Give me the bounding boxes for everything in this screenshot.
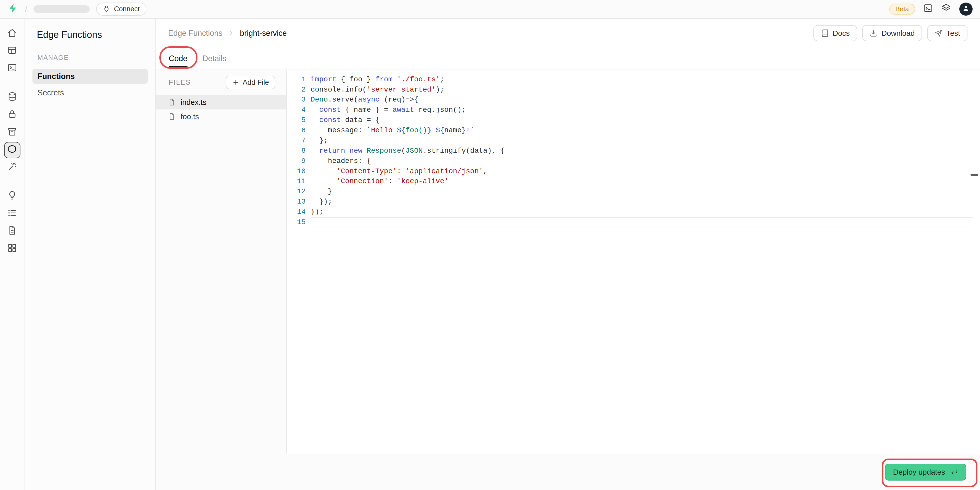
authentication-icon <box>7 109 17 121</box>
file-list: index.tsfoo.ts <box>156 95 286 124</box>
connect-label: Connect <box>114 5 140 13</box>
home-icon <box>7 28 17 40</box>
scrollbar-marker[interactable] <box>970 174 978 176</box>
code-line-7[interactable]: 7 }; <box>287 136 980 146</box>
code-line-2[interactable]: 2console.info('server started'); <box>287 85 980 95</box>
rail-item-logs[interactable] <box>4 206 21 222</box>
main-header: Edge Functions bright-service DocsDownlo… <box>156 19 980 70</box>
main-panel: Edge Functions bright-service DocsDownlo… <box>156 19 980 490</box>
rail-item-realtime[interactable] <box>4 160 21 176</box>
logs-icon <box>7 208 17 220</box>
code-line-14[interactable]: 14}); <box>287 207 980 217</box>
bolt-icon <box>7 3 19 16</box>
sql-editor-icon <box>7 63 17 75</box>
code-text: import { foo } from './foo.ts'; <box>311 74 973 85</box>
line-number: 6 <box>287 125 305 136</box>
table-editor-icon <box>7 45 17 57</box>
code-text: }); <box>311 197 973 207</box>
sidebar-item-functions[interactable]: Functions <box>32 69 148 84</box>
code-text <box>311 217 973 227</box>
rail-group <box>4 89 21 176</box>
org-name-skeleton[interactable] <box>33 5 90 13</box>
file-name: foo.ts <box>181 112 199 121</box>
rail-item-database[interactable] <box>4 89 21 106</box>
code-line-9[interactable]: 9 headers: { <box>287 156 980 166</box>
rail-item-edge-functions[interactable] <box>4 142 21 158</box>
terminal-button[interactable] <box>923 3 933 15</box>
rail-item-sql-editor[interactable] <box>4 61 21 77</box>
code-line-13[interactable]: 13 }); <box>287 197 980 207</box>
connect-button[interactable]: Connect <box>96 3 146 16</box>
line-number: 1 <box>287 74 305 85</box>
docs-button[interactable]: Docs <box>813 25 857 41</box>
integrations-icon <box>7 243 17 255</box>
code-line-1[interactable]: 1import { foo } from './foo.ts'; <box>287 74 980 85</box>
code-line-10[interactable]: 10 'Content-Type': 'application/json', <box>287 166 980 176</box>
line-number: 15 <box>287 217 305 227</box>
topbar-right: Beta <box>889 3 973 16</box>
realtime-icon <box>7 162 17 174</box>
file-icon <box>168 99 175 106</box>
page-title: Edge Functions <box>37 29 143 40</box>
sidebar-section: MANAGE FunctionsSecrets <box>25 50 155 105</box>
rail-group <box>4 188 21 257</box>
sidebar-item-secrets[interactable]: Secrets <box>32 85 148 100</box>
rail-item-integrations[interactable] <box>4 241 21 257</box>
test-button[interactable]: Test <box>927 25 967 41</box>
rail-item-reports[interactable] <box>4 223 21 239</box>
code-editor[interactable]: 1import { foo } from './foo.ts';2console… <box>287 70 980 454</box>
code-line-11[interactable]: 11 'Connection': 'keep-alive' <box>287 176 980 187</box>
rail-item-table-editor[interactable] <box>4 43 21 60</box>
download-label: Download <box>881 29 915 38</box>
line-number: 10 <box>287 166 305 176</box>
terminal-icon <box>923 3 933 15</box>
code-text: headers: { <box>311 156 973 166</box>
beta-badge: Beta <box>889 3 915 14</box>
code-line-5[interactable]: 5 const data = { <box>287 115 980 125</box>
user-icon <box>962 4 969 14</box>
breadcrumb-root-link[interactable]: Edge Functions <box>168 29 222 38</box>
line-number: 14 <box>287 207 305 217</box>
avatar[interactable] <box>959 3 972 16</box>
plus-icon <box>232 79 239 86</box>
send-icon <box>934 29 943 37</box>
rail-item-storage[interactable] <box>4 124 21 141</box>
line-number: 9 <box>287 156 305 166</box>
deploy-updates-button[interactable]: Deploy updates <box>885 464 966 480</box>
test-label: Test <box>946 29 960 38</box>
sidebar-header: Edge Functions <box>25 19 155 50</box>
tab-details[interactable]: Details <box>202 48 226 70</box>
code-line-12[interactable]: 12 } <box>287 187 980 197</box>
tab-code[interactable]: Code <box>169 48 188 70</box>
supabase-logo-icon[interactable] <box>7 3 19 16</box>
code-text: } <box>311 187 973 197</box>
rail-item-home[interactable] <box>4 26 21 42</box>
code-line-8[interactable]: 8 return new Response(JSON.stringify(dat… <box>287 146 980 156</box>
code-line-6[interactable]: 6 message: `Hello ${foo()} ${name}!` <box>287 125 980 136</box>
add-file-button[interactable]: Add File <box>226 76 275 89</box>
code-text: const data = { <box>311 115 973 125</box>
code-line-3[interactable]: 3Deno.serve(async (req)=>{ <box>287 95 980 105</box>
code-text: message: `Hello ${foo()} ${name}!` <box>311 125 973 136</box>
layers-button[interactable] <box>941 3 951 15</box>
deploy-bar: Deploy updates <box>156 454 980 490</box>
download-button[interactable]: Download <box>862 25 922 41</box>
app-window: / Connect Beta Edge Functions MANAGE Fun… <box>0 0 980 490</box>
file-item-index.ts[interactable]: index.ts <box>156 95 286 109</box>
code-line-15[interactable]: 15 <box>287 217 980 227</box>
manage-section-label: MANAGE <box>32 54 148 61</box>
code-text: 'Connection': 'keep-alive' <box>311 176 973 187</box>
line-number: 11 <box>287 176 305 187</box>
file-icon <box>168 113 175 120</box>
code-text: }); <box>311 207 973 217</box>
code-line-4[interactable]: 4 const { name } = await req.json(); <box>287 105 980 115</box>
rail-item-authentication[interactable] <box>4 107 21 123</box>
line-number: 3 <box>287 95 305 105</box>
header-actions: DocsDownloadTest <box>813 25 967 41</box>
rail-item-advisors[interactable] <box>4 188 21 204</box>
content: FILES Add File index.tsfoo.ts 1import { … <box>156 70 980 454</box>
file-item-foo.ts[interactable]: foo.ts <box>156 109 286 124</box>
topbar: / Connect Beta <box>0 0 980 19</box>
rail-group <box>4 26 21 77</box>
line-number: 5 <box>287 115 305 125</box>
